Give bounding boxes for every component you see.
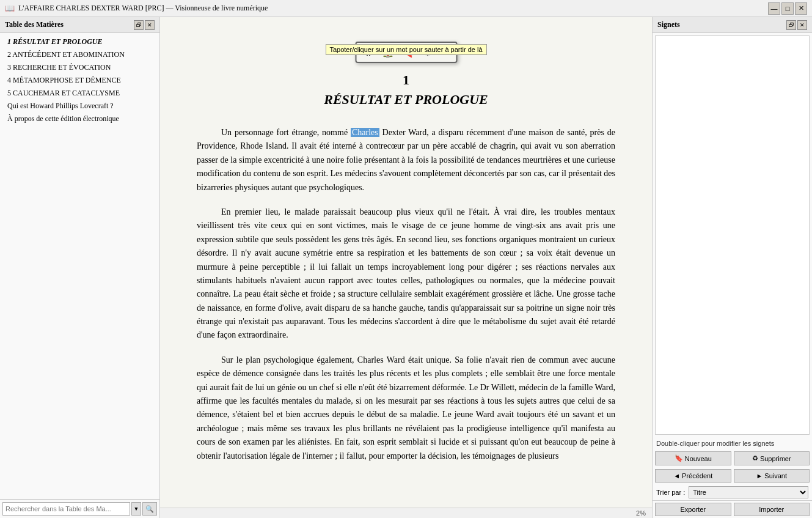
titlebar-title: L'AFFAIRE CHARLES DEXTER WARD [PRC] — Vi… [18,4,268,13]
signets-exporter-label: Exporter [680,506,706,513]
signets-new-delete-row: 🔖 Nouveau ♻ Supprimer [653,450,812,467]
signets-suivant-button[interactable]: ► Suivant [734,469,810,483]
signets-sort-select[interactable]: TitreDatePosition [689,486,808,498]
signets-restore-button[interactable]: 🗗 [786,20,796,30]
chapter-title: RÉSULTAT ET PROLOGUE [197,92,615,108]
toc-item-6[interactable]: Qui est Howard Phillips Lovecraft ? [0,100,159,113]
toc-item-2[interactable]: 2 ANTÉCÉDENT ET ABOMINATION [0,48,159,61]
signets-importer-button[interactable]: Importer [734,503,810,516]
toc-item-5[interactable]: 5 CAUCHEMAR ET CATACLYSME [0,87,159,100]
book-paragraph-3: Sur le plan psychologique également, Cha… [197,353,615,463]
signets-hint: Double-cliquer pour modifier les signets [653,437,812,450]
signets-sort-row: Trier par : TitreDatePosition [653,484,812,500]
arrow-left-icon: ◄ [673,472,680,479]
toc-search-dropdown[interactable]: ▼ [131,502,141,516]
titlebar-left: 📖 L'AFFAIRE CHARLES DEXTER WARD [PRC] — … [5,4,268,13]
app-icon: 📖 [5,4,15,13]
toc-header: Table des Matières 🗗 ✕ [0,17,159,33]
bookmark-add-icon: 🔖 [675,454,683,462]
signets-importer-label: Importer [759,506,784,513]
toc-search-bar: ▼ 🔍 [0,499,159,518]
minimize-button[interactable]: — [768,2,780,15]
book-paragraph-2: En premier lieu, le malade paraissait be… [197,205,615,342]
signets-header-controls[interactable]: 🗗 ✕ [786,20,807,30]
toc-panel: Table des Matières 🗗 ✕ 1 RÉSULTAT ET PRO… [0,17,160,518]
toc-search-button[interactable]: 🔍 [142,502,157,516]
signets-close-button[interactable]: ✕ [797,20,807,30]
signets-precedent-button[interactable]: ◄ Précédent [655,469,731,483]
recycle-icon: ♻ [752,454,758,462]
signets-nouveau-button[interactable]: 🔖 Nouveau [655,451,731,465]
toc-item-3[interactable]: 3 RECHERCHE ET ÉVOCATION [0,61,159,74]
signets-nav-row: ◄ Précédent ► Suivant [653,467,812,484]
toolbar-tooltip: Tapoter/cliquer sur un mot pour sauter à… [325,44,486,55]
book-content: ⏸ 🏠 🔖 ⚙ ✕ Tapoter/cliquer sur un mot pou… [160,17,652,518]
toc-header-controls[interactable]: 🗗 ✕ [134,20,155,30]
arrow-right-icon: ► [756,472,763,479]
book-paragraph-1: Un personnage fort étrange, nommé Charle… [197,126,615,194]
book-page[interactable]: 1 RÉSULTAT ET PROLOGUE Un personnage for… [160,17,652,508]
toc-search-input[interactable] [2,502,130,516]
signets-exporter-button[interactable]: Exporter [655,503,731,516]
titlebar: 📖 L'AFFAIRE CHARLES DEXTER WARD [PRC] — … [0,0,812,17]
highlighted-word[interactable]: Charles [351,128,379,137]
page-progress: 2% [160,508,652,518]
toc-item-7[interactable]: À propos de cette édition électronique [0,113,159,125]
signets-suivant-label: Suivant [764,472,787,479]
signets-nouveau-label: Nouveau [685,455,712,462]
toc-items: 1 RÉSULTAT ET PROLOGUE2 ANTÉCÉDENT ET AB… [0,33,159,499]
close-window-button[interactable]: ✕ [795,2,807,15]
main-layout: Table des Matières 🗗 ✕ 1 RÉSULTAT ET PRO… [0,17,812,518]
signets-header: Signets 🗗 ✕ [653,17,812,33]
signets-panel: Signets 🗗 ✕ Double-cliquer pour modifier… [652,17,812,518]
signets-supprimer-button[interactable]: ♻ Supprimer [734,451,810,465]
toc-header-title: Table des Matières [5,20,64,29]
toc-close-button[interactable]: ✕ [145,20,155,30]
signets-list[interactable] [655,35,810,435]
toc-item-1[interactable]: 1 RÉSULTAT ET PROLOGUE [0,35,159,48]
titlebar-controls[interactable]: — □ ✕ [768,2,807,15]
book-paragraphs: Un personnage fort étrange, nommé Charle… [197,126,615,463]
signets-header-title: Signets [657,20,680,29]
toc-restore-button[interactable]: 🗗 [134,20,144,30]
signets-export-import-row: Exporter Importer [653,500,812,518]
signets-precedent-label: Précédent [682,472,712,479]
signets-sort-label: Trier par : [656,489,685,496]
chapter-number: 1 [197,72,615,88]
toc-item-4[interactable]: 4 MÉTAMORPHOSE ET DÉMENCE [0,74,159,87]
maximize-button[interactable]: □ [781,2,794,15]
signets-supprimer-label: Supprimer [760,455,791,462]
